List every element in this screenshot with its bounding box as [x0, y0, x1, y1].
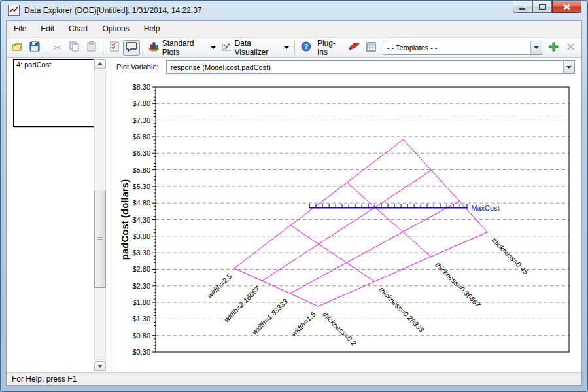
menu-help[interactable]: Help	[137, 21, 167, 37]
cut-button[interactable]: ✂	[49, 40, 66, 56]
chart-thumbnail-sidebar: 4: padCost	[7, 58, 112, 372]
y-axis-title: padCost (dollars)	[119, 179, 130, 260]
menu-edit[interactable]: Edit	[33, 21, 61, 37]
svg-text:thickness=0.28333: thickness=0.28333	[377, 285, 426, 334]
checklist-icon	[110, 41, 119, 54]
menu-options[interactable]: Options	[95, 21, 136, 37]
help-icon: ?	[301, 41, 311, 54]
paste-icon	[87, 41, 96, 54]
menu-bar: FileEditChartOptionsHelp	[7, 21, 581, 38]
maximize-button[interactable]	[532, 1, 552, 13]
paste-button[interactable]	[83, 40, 100, 56]
svg-text:$6.80: $6.80	[132, 133, 150, 141]
svg-text:$2.30: $2.30	[132, 282, 150, 290]
sidebar-scrollbar-thumb[interactable]	[94, 190, 106, 288]
svg-text:$8.30: $8.30	[132, 83, 150, 91]
data-visualizer-button[interactable]: Data Visualizer	[218, 40, 292, 56]
svg-text:$3.80: $3.80	[132, 232, 150, 240]
grid-icon	[366, 42, 376, 54]
data-visualizer-label: Data Visualizer	[235, 39, 280, 57]
caret-down-icon	[284, 46, 289, 49]
templates-value: - - Templates - -	[383, 44, 530, 52]
add-icon	[549, 42, 559, 54]
plot-variable-row: Plot Variable: response (Model.cost.padC…	[116, 60, 575, 75]
scroll-down-button[interactable]	[94, 361, 106, 371]
thumbnail-chart	[14, 71, 94, 126]
svg-text:$1.30: $1.30	[132, 315, 150, 323]
save-icon	[29, 41, 40, 54]
y-gridlines	[156, 103, 569, 335]
menu-chart[interactable]: Chart	[61, 21, 95, 37]
dropdown-arrow-icon	[566, 66, 572, 69]
comment-button[interactable]	[123, 40, 140, 56]
standard-plots-button[interactable]: Standard Plots	[146, 40, 218, 56]
plugin-swoosh-button[interactable]	[346, 40, 363, 56]
templates-combobox[interactable]: - - Templates - -	[383, 41, 542, 55]
comment-bubble-icon	[126, 41, 137, 54]
plot-variable-dropdown-button[interactable]	[563, 61, 574, 73]
bar-chart-icon	[148, 41, 160, 54]
svg-text:$4.80: $4.80	[132, 199, 150, 207]
red-swoosh-icon	[349, 42, 360, 53]
scroll-up-button[interactable]	[94, 59, 106, 69]
svg-text:$3.30: $3.30	[132, 249, 150, 257]
svg-text:?: ?	[304, 43, 309, 50]
dropdown-arrow-icon	[534, 46, 539, 49]
plug-ins-label: Plug-Ins	[315, 39, 346, 57]
delete-template-button[interactable]	[562, 40, 579, 56]
svg-text:width=2.16667: width=2.16667	[222, 284, 262, 323]
carpet-plot: $0.30$0.80$1.30$1.80$2.30$2.80$3.30$3.80…	[112, 77, 578, 373]
scroll-down-icon	[97, 365, 103, 368]
svg-text:width=1.5: width=1.5	[290, 310, 318, 338]
svg-text:$7.30: $7.30	[132, 116, 150, 124]
menu-file[interactable]: File	[7, 21, 33, 37]
copy-button[interactable]	[66, 40, 83, 56]
toolbar: ✂ Standard Plots Data Visualizer ? Plug-…	[7, 38, 581, 58]
maxcost-constraint-line: MaxCost	[309, 204, 499, 212]
svg-text:$5.80: $5.80	[132, 166, 150, 174]
status-bar: For Help, press F1	[7, 372, 581, 385]
svg-text:$0.80: $0.80	[132, 332, 150, 340]
close-button[interactable]	[552, 1, 581, 13]
svg-text:$4.30: $4.30	[132, 216, 150, 224]
toolbar-separator	[46, 41, 46, 55]
svg-text:thickness=0.2: thickness=0.2	[321, 310, 358, 347]
chart-area: $0.30$0.80$1.30$1.80$2.30$2.80$3.30$3.80…	[112, 77, 581, 372]
add-template-button[interactable]	[545, 40, 562, 56]
svg-text:$7.80: $7.80	[132, 99, 150, 107]
scroll-up-icon	[97, 62, 103, 65]
window-title: Data Explorer (DOE)[Untitled]: 1/31/2014…	[24, 1, 201, 20]
svg-text:$2.80: $2.80	[132, 265, 150, 273]
scatter-3d-icon	[221, 41, 232, 54]
app-window: Data Explorer (DOE)[Untitled]: 1/31/2014…	[0, 0, 588, 392]
thumbnail-title: 4: padCost	[14, 60, 94, 71]
chart-panel: Plot Variable: response (Model.cost.padC…	[112, 58, 581, 372]
plot-variable-value: response (Model.cost.padCost)	[167, 63, 563, 71]
svg-text:$0.30: $0.30	[132, 348, 150, 356]
client-area: FileEditChartOptionsHelp ✂ Standard Plot…	[6, 20, 582, 386]
cut-icon: ✂	[54, 43, 61, 53]
templates-dropdown-button[interactable]	[530, 41, 542, 54]
status-text: For Help, press F1	[12, 374, 77, 383]
open-button[interactable]	[9, 40, 26, 56]
svg-text:thickness=0.45: thickness=0.45	[491, 236, 530, 276]
svg-text:$6.30: $6.30	[132, 149, 150, 157]
svg-text:$5.30: $5.30	[132, 183, 150, 190]
toolbar-separator	[103, 41, 103, 55]
save-button[interactable]	[26, 40, 43, 56]
open-folder-icon	[12, 41, 24, 54]
plugin-grid-button[interactable]	[363, 40, 380, 56]
plot-variable-combobox[interactable]: response (Model.cost.padCost)	[166, 60, 575, 74]
minimize-button[interactable]	[513, 1, 532, 13]
caret-down-icon	[211, 46, 216, 49]
plot-variable-label: Plot Variable:	[116, 63, 159, 71]
svg-text:$1.80: $1.80	[132, 298, 150, 306]
toolbar-separator	[294, 41, 295, 55]
checklist-button[interactable]	[106, 40, 123, 56]
svg-text:width=1.83333: width=1.83333	[251, 297, 290, 336]
help-button[interactable]: ?	[298, 40, 315, 56]
thumbnail-4[interactable]: 4: padCost	[13, 59, 94, 127]
app-icon	[8, 5, 20, 16]
title-bar[interactable]: Data Explorer (DOE)[Untitled]: 1/31/2014…	[1, 1, 587, 20]
delete-icon	[566, 43, 575, 53]
